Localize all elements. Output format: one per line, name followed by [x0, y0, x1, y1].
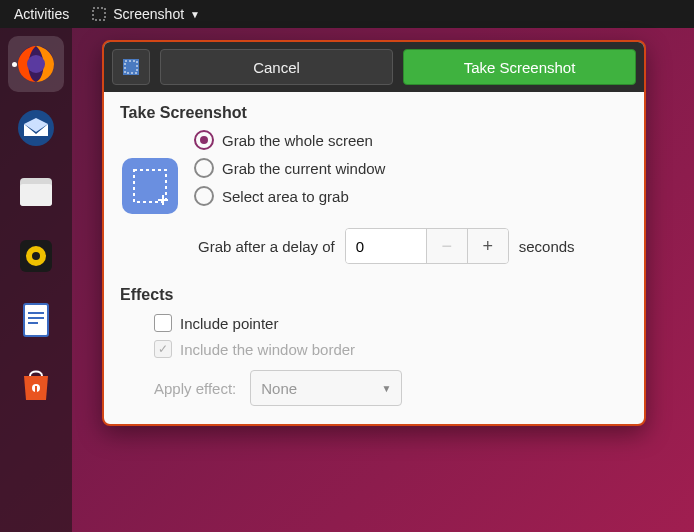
svg-rect-5 — [20, 184, 52, 206]
activities-button[interactable]: Activities — [6, 3, 77, 25]
firefox-icon — [14, 42, 58, 86]
delay-input[interactable] — [346, 229, 426, 263]
delay-label-before: Grab after a delay of — [198, 238, 335, 255]
titlebar: Cancel Take Screenshot — [104, 42, 644, 92]
dock-item-firefox[interactable] — [8, 36, 64, 92]
svg-rect-11 — [28, 317, 44, 319]
svg-point-8 — [32, 252, 40, 260]
radio-current-window[interactable]: Grab the current window — [194, 158, 385, 178]
dock-item-files[interactable] — [8, 164, 64, 220]
delay-row: Grab after a delay of − + seconds — [120, 228, 628, 264]
checkbox-indicator — [154, 314, 172, 332]
check-icon: ✓ — [158, 342, 168, 356]
checkbox-label: Include the window border — [180, 341, 355, 358]
screenshot-window: Cancel Take Screenshot Take Screenshot G… — [102, 40, 646, 426]
window-body: Take Screenshot Grab the whole screen Gr… — [104, 92, 644, 424]
capture-mode-group: Grab the whole screen Grab the current w… — [194, 128, 385, 206]
svg-rect-17 — [134, 170, 166, 202]
effects-section: Effects Include pointer ✓ Include the wi… — [120, 286, 628, 406]
take-screenshot-button[interactable]: Take Screenshot — [403, 49, 636, 85]
app-menu-label: Screenshot — [113, 6, 184, 22]
document-icon — [14, 298, 58, 342]
capture-preview-icon — [122, 158, 178, 214]
app-menu[interactable]: Screenshot ▼ — [83, 3, 208, 25]
apply-effect-label: Apply effect: — [154, 380, 236, 397]
delay-decrement-button[interactable]: − — [426, 229, 467, 263]
radio-whole-screen[interactable]: Grab the whole screen — [194, 130, 385, 150]
folder-icon — [14, 170, 58, 214]
radio-indicator — [194, 158, 214, 178]
delay-label-after: seconds — [519, 238, 575, 255]
screenshot-icon — [91, 6, 107, 22]
include-pointer-row[interactable]: Include pointer — [120, 310, 628, 336]
radio-indicator — [194, 130, 214, 150]
radio-label: Grab the whole screen — [222, 132, 373, 149]
apply-effect-combo: None ▼ — [250, 370, 402, 406]
include-border-row: ✓ Include the window border — [120, 336, 628, 362]
shopping-bag-icon — [14, 362, 58, 406]
speaker-icon — [14, 234, 58, 278]
delay-increment-button[interactable]: + — [467, 229, 508, 263]
selection-rect-icon — [130, 166, 170, 206]
radio-label: Select area to grab — [222, 188, 349, 205]
dock-item-software[interactable] — [8, 356, 64, 412]
selection-icon — [122, 58, 140, 76]
svg-rect-0 — [93, 8, 105, 20]
select-area-toolbar-button[interactable] — [112, 49, 150, 85]
top-bar: Activities Screenshot ▼ — [0, 0, 694, 28]
apply-effect-row: Apply effect: None ▼ — [120, 362, 628, 406]
svg-point-2 — [27, 55, 45, 73]
delay-spinbox: − + — [345, 228, 509, 264]
chevron-down-icon: ▼ — [190, 8, 200, 20]
effects-section-title: Effects — [120, 286, 628, 304]
capture-section-title: Take Screenshot — [120, 104, 628, 122]
svg-rect-14 — [35, 386, 37, 392]
dock-item-thunderbird[interactable] — [8, 100, 64, 156]
dock — [0, 28, 72, 532]
radio-indicator — [194, 186, 214, 206]
dock-item-libreoffice-writer[interactable] — [8, 292, 64, 348]
checkbox-indicator: ✓ — [154, 340, 172, 358]
svg-rect-9 — [24, 304, 48, 336]
combo-value: None — [261, 380, 297, 397]
svg-rect-10 — [28, 312, 44, 314]
thunderbird-icon — [14, 106, 58, 150]
dock-item-rhythmbox[interactable] — [8, 228, 64, 284]
checkbox-label: Include pointer — [180, 315, 278, 332]
cancel-button[interactable]: Cancel — [160, 49, 393, 85]
radio-label: Grab the current window — [222, 160, 385, 177]
svg-rect-12 — [28, 322, 38, 324]
radio-select-area[interactable]: Select area to grab — [194, 186, 385, 206]
chevron-down-icon: ▼ — [381, 383, 391, 394]
